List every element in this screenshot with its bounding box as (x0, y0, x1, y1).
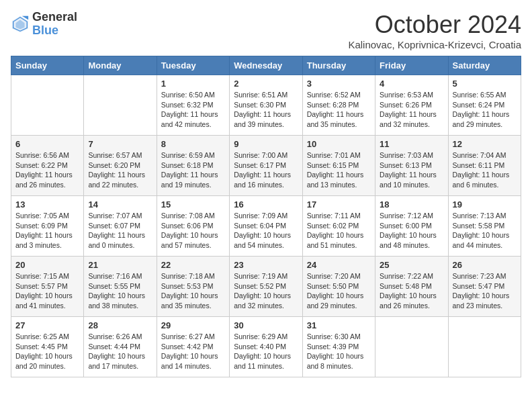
cell-info: Sunrise: 6:52 AM Sunset: 6:28 PM Dayligh… (307, 90, 371, 130)
day-header-sunday: Sunday (11, 56, 84, 75)
calendar-cell: 20Sunrise: 7:15 AM Sunset: 5:57 PM Dayli… (11, 257, 84, 317)
day-number: 12 (453, 139, 517, 149)
calendar-cell: 25Sunrise: 7:22 AM Sunset: 5:48 PM Dayli… (375, 257, 448, 317)
cell-info: Sunrise: 7:19 AM Sunset: 5:52 PM Dayligh… (234, 271, 298, 311)
header-row: SundayMondayTuesdayWednesdayThursdayFrid… (11, 56, 521, 75)
cell-info: Sunrise: 7:08 AM Sunset: 6:06 PM Dayligh… (161, 211, 225, 250)
cell-info: Sunrise: 7:12 AM Sunset: 6:00 PM Dayligh… (380, 211, 443, 250)
cell-info: Sunrise: 7:03 AM Sunset: 6:13 PM Dayligh… (380, 150, 443, 190)
cell-info: Sunrise: 6:27 AM Sunset: 4:42 PM Dayligh… (161, 332, 225, 371)
calendar-cell: 17Sunrise: 7:11 AM Sunset: 6:02 PM Dayli… (302, 196, 375, 257)
calendar-cell: 5Sunrise: 6:55 AM Sunset: 6:24 PM Daylig… (448, 75, 521, 136)
calendar-cell: 30Sunrise: 6:29 AM Sunset: 4:40 PM Dayli… (230, 317, 302, 377)
week-row-3: 13Sunrise: 7:05 AM Sunset: 6:09 PM Dayli… (11, 196, 521, 257)
logo-blue: Blue (32, 24, 77, 38)
day-number: 20 (15, 260, 79, 270)
cell-info: Sunrise: 6:55 AM Sunset: 6:24 PM Dayligh… (453, 90, 517, 130)
day-number: 9 (234, 139, 298, 149)
cell-info: Sunrise: 7:13 AM Sunset: 5:58 PM Dayligh… (453, 211, 517, 250)
day-number: 19 (453, 199, 517, 210)
calendar-cell: 29Sunrise: 6:27 AM Sunset: 4:42 PM Dayli… (157, 317, 229, 377)
page-header: General Blue October 2024 Kalinovac, Kop… (11, 11, 521, 50)
cell-info: Sunrise: 7:20 AM Sunset: 5:50 PM Dayligh… (307, 271, 371, 311)
day-header-monday: Monday (84, 56, 157, 75)
calendar-cell: 14Sunrise: 7:07 AM Sunset: 6:07 PM Dayli… (84, 196, 157, 257)
logo-text: General Blue (32, 11, 77, 38)
day-header-wednesday: Wednesday (230, 56, 302, 75)
calendar-cell (375, 317, 448, 377)
day-number: 21 (88, 260, 152, 270)
day-number: 18 (380, 199, 443, 210)
calendar-cell: 19Sunrise: 7:13 AM Sunset: 5:58 PM Dayli… (448, 196, 521, 257)
cell-info: Sunrise: 6:56 AM Sunset: 6:22 PM Dayligh… (15, 150, 79, 190)
day-header-friday: Friday (375, 56, 448, 75)
cell-info: Sunrise: 6:30 AM Sunset: 4:39 PM Dayligh… (307, 332, 371, 371)
month-title: October 2024 (348, 11, 521, 39)
day-number: 3 (307, 79, 371, 89)
cell-info: Sunrise: 7:18 AM Sunset: 5:53 PM Dayligh… (161, 271, 225, 311)
cell-info: Sunrise: 7:22 AM Sunset: 5:48 PM Dayligh… (380, 271, 443, 311)
week-row-4: 20Sunrise: 7:15 AM Sunset: 5:57 PM Dayli… (11, 257, 521, 317)
cell-info: Sunrise: 6:29 AM Sunset: 4:40 PM Dayligh… (234, 332, 298, 371)
calendar-cell: 22Sunrise: 7:18 AM Sunset: 5:53 PM Dayli… (157, 257, 229, 317)
logo-general: General (32, 11, 77, 24)
calendar-cell: 15Sunrise: 7:08 AM Sunset: 6:06 PM Dayli… (157, 196, 229, 257)
cell-info: Sunrise: 6:26 AM Sunset: 4:44 PM Dayligh… (88, 332, 152, 371)
title-block: October 2024 Kalinovac, Koprivnica-Krize… (348, 11, 521, 50)
day-header-thursday: Thursday (302, 56, 375, 75)
day-number: 6 (15, 139, 79, 149)
day-number: 23 (234, 260, 298, 270)
calendar-cell: 3Sunrise: 6:52 AM Sunset: 6:28 PM Daylig… (302, 75, 375, 136)
calendar-cell: 7Sunrise: 6:57 AM Sunset: 6:20 PM Daylig… (84, 136, 157, 196)
day-number: 25 (380, 260, 443, 270)
day-number: 14 (88, 199, 152, 210)
day-number: 10 (307, 139, 371, 149)
day-number: 24 (307, 260, 371, 270)
cell-info: Sunrise: 7:16 AM Sunset: 5:55 PM Dayligh… (88, 271, 152, 311)
calendar-cell: 13Sunrise: 7:05 AM Sunset: 6:09 PM Dayli… (11, 196, 84, 257)
day-number: 4 (380, 79, 443, 89)
calendar-cell: 31Sunrise: 6:30 AM Sunset: 4:39 PM Dayli… (302, 317, 375, 377)
cell-info: Sunrise: 7:04 AM Sunset: 6:11 PM Dayligh… (453, 150, 517, 190)
day-header-tuesday: Tuesday (157, 56, 229, 75)
logo: General Blue (11, 11, 77, 38)
cell-info: Sunrise: 6:59 AM Sunset: 6:18 PM Dayligh… (161, 150, 225, 190)
day-number: 30 (234, 320, 298, 330)
week-row-2: 6Sunrise: 6:56 AM Sunset: 6:22 PM Daylig… (11, 136, 521, 196)
cell-info: Sunrise: 6:50 AM Sunset: 6:32 PM Dayligh… (161, 90, 225, 130)
cell-info: Sunrise: 6:57 AM Sunset: 6:20 PM Dayligh… (88, 150, 152, 190)
day-number: 2 (234, 79, 298, 89)
calendar-cell: 11Sunrise: 7:03 AM Sunset: 6:13 PM Dayli… (375, 136, 448, 196)
day-number: 26 (453, 260, 517, 270)
day-number: 15 (161, 199, 225, 210)
logo-icon (11, 15, 30, 34)
calendar-cell: 6Sunrise: 6:56 AM Sunset: 6:22 PM Daylig… (11, 136, 84, 196)
cell-info: Sunrise: 6:51 AM Sunset: 6:30 PM Dayligh… (234, 90, 298, 130)
cell-info: Sunrise: 7:07 AM Sunset: 6:07 PM Dayligh… (88, 211, 152, 250)
day-number: 8 (161, 139, 225, 149)
calendar-cell: 18Sunrise: 7:12 AM Sunset: 6:00 PM Dayli… (375, 196, 448, 257)
cell-info: Sunrise: 7:00 AM Sunset: 6:17 PM Dayligh… (234, 150, 298, 190)
cell-info: Sunrise: 7:05 AM Sunset: 6:09 PM Dayligh… (15, 211, 79, 250)
calendar-cell: 12Sunrise: 7:04 AM Sunset: 6:11 PM Dayli… (448, 136, 521, 196)
location: Kalinovac, Koprivnica-Krizevci, Croatia (348, 39, 521, 50)
calendar-cell: 16Sunrise: 7:09 AM Sunset: 6:04 PM Dayli… (230, 196, 302, 257)
day-number: 5 (453, 79, 517, 89)
cell-info: Sunrise: 7:23 AM Sunset: 5:47 PM Dayligh… (453, 271, 517, 311)
calendar-cell (448, 317, 521, 377)
calendar-cell: 27Sunrise: 6:25 AM Sunset: 4:45 PM Dayli… (11, 317, 84, 377)
calendar-cell: 2Sunrise: 6:51 AM Sunset: 6:30 PM Daylig… (230, 75, 302, 136)
calendar-cell: 26Sunrise: 7:23 AM Sunset: 5:47 PM Dayli… (448, 257, 521, 317)
day-number: 16 (234, 199, 298, 210)
day-number: 1 (161, 79, 225, 89)
calendar-cell: 8Sunrise: 6:59 AM Sunset: 6:18 PM Daylig… (157, 136, 229, 196)
day-number: 29 (161, 320, 225, 330)
calendar-cell: 21Sunrise: 7:16 AM Sunset: 5:55 PM Dayli… (84, 257, 157, 317)
cell-info: Sunrise: 7:01 AM Sunset: 6:15 PM Dayligh… (307, 150, 371, 190)
day-number: 17 (307, 199, 371, 210)
calendar-table: SundayMondayTuesdayWednesdayThursdayFrid… (11, 56, 521, 377)
cell-info: Sunrise: 6:53 AM Sunset: 6:26 PM Dayligh… (380, 90, 443, 130)
day-number: 27 (15, 320, 79, 330)
calendar-cell: 4Sunrise: 6:53 AM Sunset: 6:26 PM Daylig… (375, 75, 448, 136)
calendar-cell: 1Sunrise: 6:50 AM Sunset: 6:32 PM Daylig… (157, 75, 229, 136)
